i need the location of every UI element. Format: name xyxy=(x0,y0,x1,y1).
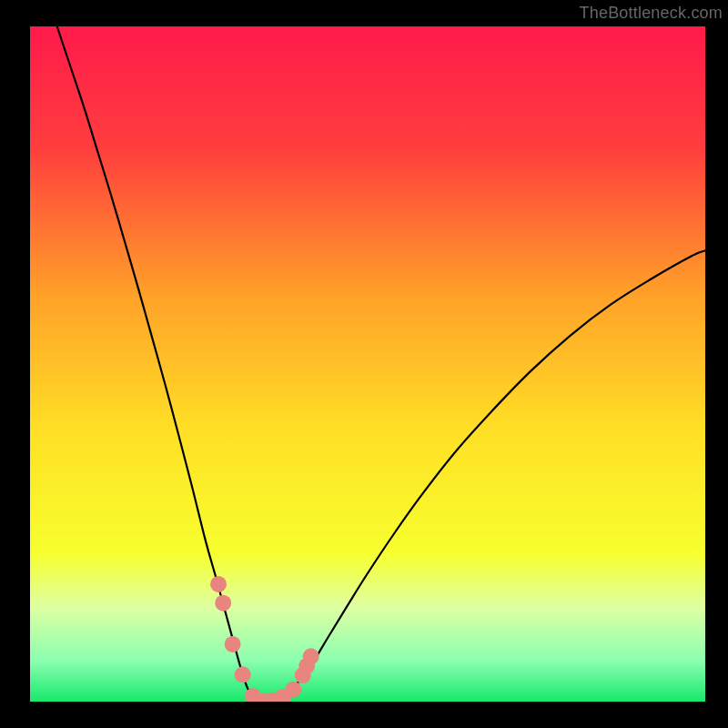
marker-point xyxy=(215,595,231,612)
marker-point xyxy=(235,666,251,682)
watermark-text: TheBottleneck.com xyxy=(580,4,723,23)
marker-point xyxy=(285,682,301,698)
chart-frame: TheBottleneck.com xyxy=(0,0,728,728)
marker-point xyxy=(303,648,319,664)
marker-point xyxy=(210,576,227,592)
plot-area xyxy=(30,26,705,702)
gradient-background xyxy=(30,26,705,702)
marker-point xyxy=(225,636,241,652)
chart-svg xyxy=(30,26,705,702)
